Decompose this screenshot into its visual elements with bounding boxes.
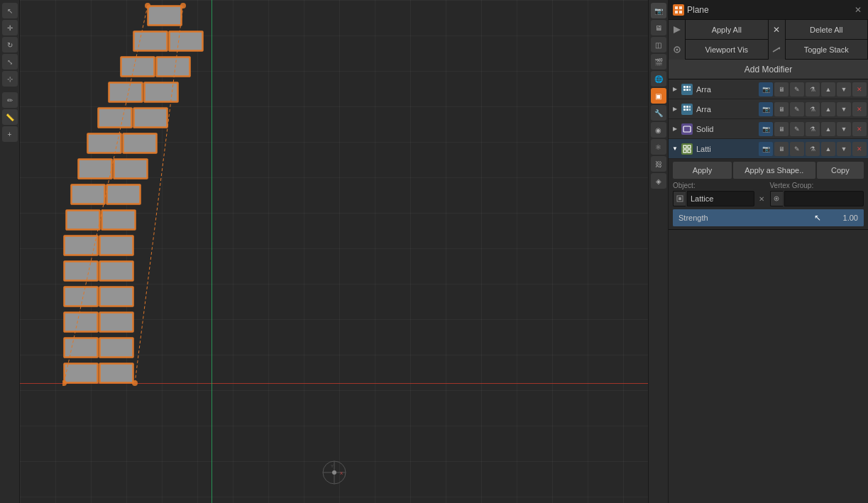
modifier-expand-solid[interactable]: ▶ [670,124,680,134]
mod-up-btn-solid[interactable]: ▲ [821,122,835,136]
svg-rect-86 [686,109,688,111]
mod-edit-btn-solid[interactable]: ✎ [790,122,804,136]
mod-camera-btn-solid[interactable]: 📷 [759,122,773,136]
mod-down-btn-solid[interactable]: ▼ [837,122,851,136]
mod-up-btn-arra1[interactable]: ▲ [821,82,835,96]
modifier-name-arra1: Arra [694,85,757,94]
particles-properties-icon[interactable]: ◉ [651,122,666,138]
mod-camera-btn-arra1[interactable]: 📷 [759,82,773,96]
delete-all-button[interactable]: Delete All [786,20,869,39]
mod-filter-btn-latti[interactable]: ⚗ [806,142,820,156]
svg-rect-91 [683,150,686,153]
data-properties-icon[interactable]: ◈ [651,173,666,189]
apply-all-icon[interactable] [669,20,686,40]
mod-render-btn-solid[interactable]: 🖥 [774,122,789,136]
svg-rect-3 [134,32,167,50]
world-properties-icon[interactable]: 🌐 [651,71,666,87]
svg-rect-51 [65,338,97,357]
scene-properties-icon[interactable]: 🎬 [651,54,666,70]
tool-move[interactable]: ✛ [2,20,18,35]
modifier-type-icon-arra1 [681,84,693,95]
mod-render-btn-latti[interactable]: 🖥 [774,142,789,156]
modifier-expand-arra1[interactable]: ▶ [670,84,680,94]
modifier-properties-icon[interactable]: 🔧 [651,105,666,121]
physics-properties-icon[interactable]: ⚛ [651,139,666,155]
vertex-group-field-value[interactable] [784,191,864,206]
svg-rect-29 [107,185,140,204]
lattice-apply-button[interactable]: Apply [673,162,732,179]
object-field-clear[interactable]: ✕ [756,191,767,206]
mod-filter-btn-arra2[interactable]: ⚗ [806,102,820,116]
viewport[interactable]: Y X [20,0,648,503]
svg-rect-21 [123,134,156,153]
render-properties-icon[interactable]: 📷 [651,3,666,18]
svg-rect-35 [65,236,97,255]
modifier-expand-arra2[interactable]: ▶ [670,104,680,114]
mod-close-btn-arra1[interactable]: ✕ [852,82,867,96]
constraints-properties-icon[interactable]: ⛓ [651,156,666,172]
add-modifier-button[interactable]: Add Modifier [669,60,868,79]
mod-render-btn-arra1[interactable]: 🖥 [774,82,789,96]
vertex-group-field-label: Vertex Group: [770,182,864,189]
modifier-row-arra2: ▶ Arra 📷 🖥 ✎ ⚗ ▲ ▼ ✕ [669,99,868,119]
mod-up-btn-arra2[interactable]: ▲ [821,102,835,116]
mod-close-btn-solid[interactable]: ✕ [852,122,867,136]
tool-annotate[interactable]: ✏ [2,92,18,108]
lattice-apply-shape-button[interactable]: Apply as Shape.. [733,162,815,179]
svg-rect-80 [686,89,688,91]
tool-rotate[interactable]: ↻ [2,37,18,52]
tool-measure[interactable]: 📏 [2,109,18,125]
toggle-stack-icon[interactable] [769,40,786,60]
svg-rect-19 [88,134,121,153]
mod-camera-btn-arra2[interactable]: 📷 [759,102,773,116]
vertex-group-field-group: Vertex Group: [770,182,864,206]
tool-transform[interactable]: ⊹ [2,71,18,87]
strength-slider[interactable]: Strength ↖ 1.00 [673,209,864,226]
delete-all-icon[interactable]: ✕ [769,20,786,40]
apply-all-button[interactable]: Apply All [686,20,769,39]
modifier-name-arra2: Arra [694,105,757,114]
right-icon-sidebar: 📷 🖥 ◫ 🎬 🌐 ▣ 🔧 ◉ ⚛ ⛓ ◈ [649,0,669,503]
svg-point-67 [332,470,336,475]
tool-cursor[interactable]: ↖ [2,3,18,18]
svg-rect-15 [99,109,131,127]
mod-edit-btn-arra1[interactable]: ✎ [790,82,804,96]
svg-rect-82 [683,106,686,108]
modifier-row-latti: ▼ Latti 📷 🖥 ✎ ⚗ ▲ ▼ ✕ [669,139,868,159]
svg-rect-88 [683,126,691,132]
mod-down-btn-arra1[interactable]: ▼ [837,82,851,96]
cursor-icon: ↖ [814,213,821,223]
mod-edit-btn-arra2[interactable]: ✎ [790,102,804,116]
svg-rect-83 [686,106,688,108]
panel-type-icon [673,4,684,16]
tool-scale[interactable]: ⤡ [2,54,18,70]
mod-close-btn-latti[interactable]: ✕ [852,142,867,156]
nav-gizmo[interactable]: Y X [322,460,347,489]
mod-filter-btn-solid[interactable]: ⚗ [806,122,820,136]
lattice-copy-button[interactable]: Copy [817,162,864,179]
mod-edit-btn-latti[interactable]: ✎ [790,142,804,156]
mod-up-btn-latti[interactable]: ▲ [821,142,835,156]
mod-down-btn-latti[interactable]: ▼ [837,142,851,156]
toggle-stack-button[interactable]: Toggle Stack [786,40,869,59]
modifier-expand-latti[interactable]: ▼ [670,144,680,154]
panel-close-button[interactable]: ✕ [852,4,864,16]
mod-close-btn-arra2[interactable]: ✕ [852,102,867,116]
viewport-vis-button[interactable]: Viewport Vis [686,40,769,59]
object-field-value[interactable]: Lattice [687,191,754,206]
object-field-row: Lattice ✕ [673,191,767,206]
mod-camera-btn-latti[interactable]: 📷 [759,142,773,156]
output-properties-icon[interactable]: 🖥 [651,20,666,35]
svg-point-96 [776,198,778,200]
object-field-icon [673,191,686,206]
svg-rect-33 [102,211,135,229]
object-field-group: Object: Lattice ✕ [673,182,767,206]
svg-text:X: X [340,471,343,475]
mod-filter-btn-arra1[interactable]: ⚗ [806,82,820,96]
object-properties-icon[interactable]: ▣ [651,88,666,104]
viewport-vis-icon[interactable] [669,40,686,60]
mod-render-btn-arra2[interactable]: 🖥 [774,102,789,116]
tool-add[interactable]: + [2,126,18,142]
mod-down-btn-arra2[interactable]: ▼ [837,102,851,116]
view-layer-icon[interactable]: ◫ [651,37,666,52]
